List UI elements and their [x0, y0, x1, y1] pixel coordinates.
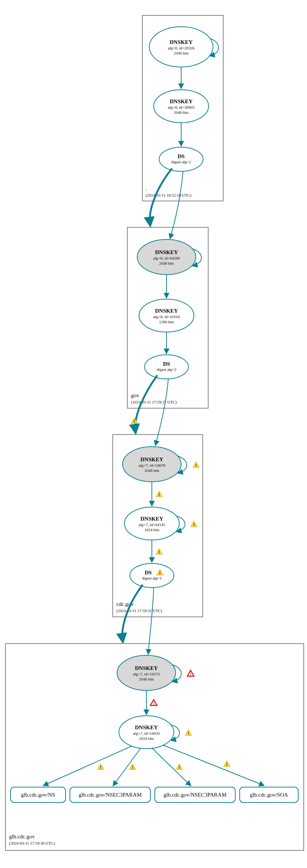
svg-text:alg=8, id=30903: alg=8, id=30903 — [168, 105, 195, 109]
svg-text:alg=7, id=54020: alg=7, id=54020 — [133, 731, 160, 735]
svg-text:DNSKEY: DNSKEY — [155, 249, 178, 255]
svg-text:1024 bits: 1024 bits — [145, 528, 160, 532]
svg-text:DNSKEY: DNSKEY — [141, 457, 164, 462]
warning-icon — [176, 764, 183, 770]
warning-icon — [191, 521, 197, 527]
svg-point-27 — [145, 355, 188, 379]
node-root-zsk: DNSKEY alg=8, id=30903 2048 bits — [154, 90, 209, 123]
node-cdc-ksk: DNSKEY alg=7, id=54678 2048 bits — [123, 447, 181, 482]
svg-line-68 — [44, 746, 132, 785]
svg-text:DNSKEY: DNSKEY — [135, 665, 158, 671]
svg-text:1280 bits: 1280 bits — [159, 320, 174, 324]
svg-text:2048 bits: 2048 bits — [174, 110, 189, 115]
zone-cdc: DNSKEY alg=7, id=54678 2048 bits DNSKEY … — [113, 435, 203, 617]
text-dnskey: DNSKEY — [170, 39, 193, 45]
svg-text:alg=8, id=20326: alg=8, id=20326 — [168, 46, 195, 50]
warning-icon — [156, 548, 162, 555]
svg-text:(2024-03-11 16:52:50 UTC): (2024-03-11 16:52:50 UTC) — [146, 193, 191, 198]
svg-text:2048 bits: 2048 bits — [174, 51, 189, 55]
svg-line-69 — [113, 748, 141, 785]
svg-text:DS: DS — [145, 570, 151, 575]
svg-text:digest alg=2: digest alg=2 — [157, 367, 176, 372]
svg-text:DS: DS — [163, 361, 170, 367]
node-gov-ds: DS digest alg=2 — [145, 355, 188, 379]
svg-text:glb.cdc.gov/NS: glb.cdc.gov/NS — [21, 792, 55, 798]
warning-icon — [97, 764, 104, 770]
zone-glb: DNSKEY alg=7, id=54573 2048 bits DNSKEY … — [5, 644, 304, 850]
svg-text:alg=7, id=64145: alg=7, id=64145 — [139, 522, 165, 527]
svg-text:(2024-03-11 17:59:27 UTC): (2024-03-11 17:59:27 UTC) — [131, 400, 177, 405]
svg-text:DNSKEY: DNSKEY — [170, 98, 193, 104]
leaf-soa: glb.cdc.gov/SOA — [240, 787, 298, 802]
svg-text:DNSKEY: DNSKEY — [155, 308, 178, 314]
node-cdc-ds: DS digest alg=1 — [130, 563, 174, 588]
node-cdc-zsk: DNSKEY alg=7, id=64145 1024 bits — [124, 507, 179, 540]
svg-text:.: . — [146, 186, 147, 191]
svg-text:alg=7, id=54573: alg=7, id=54573 — [133, 672, 160, 676]
svg-text:glb.cdc.gov/NSEC3PARAM: glb.cdc.gov/NSEC3PARAM — [79, 792, 142, 798]
error-icon — [150, 700, 157, 706]
node-glb-ksk: DNSKEY alg=7, id=54573 2048 bits — [117, 655, 176, 690]
svg-point-43 — [130, 563, 174, 588]
node-gov-zsk: DNSKEY alg=8, id=10104 1280 bits — [139, 299, 194, 332]
svg-text:(2024-03-11 17:59:31 UTC): (2024-03-11 17:59:31 UTC) — [116, 608, 162, 613]
svg-text:glb.cdc.gov/NSEC3PARAM: glb.cdc.gov/NSEC3PARAM — [164, 792, 226, 798]
node-root-ds: DS digest alg=2 — [159, 147, 203, 171]
svg-text:DS: DS — [177, 153, 184, 159]
svg-text:digest alg=2: digest alg=2 — [171, 160, 191, 164]
svg-text:alg=8, id=64280: alg=8, id=64280 — [153, 256, 180, 260]
svg-text:2048 bits: 2048 bits — [159, 261, 174, 265]
warning-icon — [129, 764, 136, 770]
warning-icon — [193, 462, 199, 468]
svg-text:digest alg=1: digest alg=1 — [142, 576, 162, 580]
leaf-nsec3param-1: glb.cdc.gov/NSEC3PARAM — [70, 787, 150, 802]
svg-line-71 — [163, 745, 263, 785]
warning-icon — [224, 761, 230, 767]
leaf-nsec3param-2: glb.cdc.gov/NSEC3PARAM — [155, 787, 235, 802]
svg-text:alg=7, id=54678: alg=7, id=54678 — [139, 463, 165, 467]
svg-text:glb.cdc.gov: glb.cdc.gov — [9, 834, 35, 839]
warning-icon — [185, 730, 192, 736]
node-root-ksk: DNSKEY alg=8, id=20326 2048 bits — [149, 27, 213, 67]
warning-icon — [156, 491, 162, 497]
svg-text:1024 bits: 1024 bits — [139, 736, 154, 741]
node-glb-zsk: DNSKEY alg=7, id=54020 1024 bits — [119, 716, 174, 749]
svg-text:(2024-03-11 17:59:36 UTC): (2024-03-11 17:59:36 UTC) — [9, 841, 55, 846]
svg-text:DNSKEY: DNSKEY — [141, 516, 164, 522]
svg-text:gov: gov — [131, 392, 139, 398]
svg-text:alg=8, id=10104: alg=8, id=10104 — [153, 314, 180, 319]
error-icon — [187, 670, 194, 677]
svg-text:DNSKEY: DNSKEY — [135, 724, 158, 730]
svg-text:2048 bits: 2048 bits — [139, 677, 154, 681]
svg-text:glb.cdc.gov/SOA: glb.cdc.gov/SOA — [250, 792, 288, 798]
node-gov-ksk: DNSKEY alg=8, id=64280 2048 bits — [137, 239, 196, 275]
leaf-ns: glb.cdc.gov/NS — [11, 787, 65, 802]
svg-point-11 — [159, 147, 203, 171]
svg-text:2048 bits: 2048 bits — [145, 468, 160, 473]
